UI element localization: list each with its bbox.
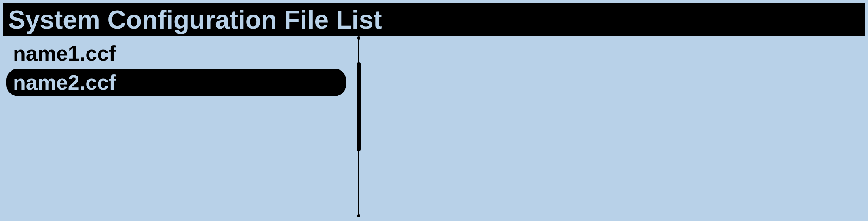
content-area: name1.ccf name2.ccf bbox=[3, 38, 865, 216]
file-list: name1.ccf name2.ccf bbox=[3, 38, 357, 216]
scrollbar[interactable] bbox=[357, 38, 361, 216]
scrollbar-cap-icon bbox=[357, 214, 360, 217]
scrollbar-thumb[interactable] bbox=[357, 62, 361, 151]
file-item[interactable]: name2.ccf bbox=[6, 69, 346, 96]
page-title: System Configuration File List bbox=[3, 3, 865, 36]
file-item[interactable]: name1.ccf bbox=[6, 40, 346, 67]
